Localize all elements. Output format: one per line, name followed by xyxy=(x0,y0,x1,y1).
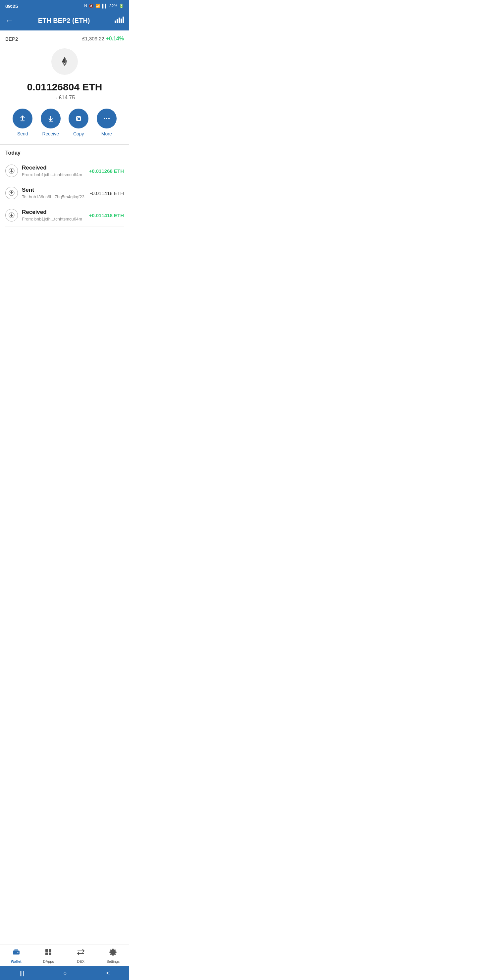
receive-button[interactable] xyxy=(41,108,61,129)
svg-rect-15 xyxy=(78,118,80,121)
send-button-wrapper[interactable]: Send xyxy=(13,108,32,137)
send-label: Send xyxy=(17,131,28,137)
wifi-icon: 📶 xyxy=(96,4,101,8)
svg-rect-2 xyxy=(119,18,120,23)
token-price-info: £1,309.22 +0.14% xyxy=(82,36,124,42)
receive-label: Receive xyxy=(42,131,59,137)
more-button-wrapper[interactable]: More xyxy=(97,108,116,137)
main-content: BEP2 £1,309.22 +0.14% 0.01126804 ETH ≈ £… xyxy=(0,30,129,265)
tx-details-0: Received From: bnb1jxfh...tcnhtsmcu64m xyxy=(22,165,85,177)
tx-amount-1: -0.011418 ETH xyxy=(90,190,124,196)
svg-point-16 xyxy=(104,118,105,119)
copy-button-wrapper[interactable]: Copy xyxy=(69,108,88,137)
svg-rect-4 xyxy=(123,17,124,23)
tx-amount-2: +0.011418 ETH xyxy=(89,213,124,218)
status-bar: 09:25 N 🔇 📶 ▌▌ 32% 🔋 xyxy=(0,0,129,12)
battery-icon: 🔋 xyxy=(119,4,124,8)
more-button[interactable] xyxy=(97,108,116,129)
token-logo-container xyxy=(5,48,124,75)
svg-point-18 xyxy=(108,118,110,119)
tx-details-1: Sent To: bnb136ns6l...7hq5m4gtkgf23 xyxy=(22,187,86,199)
svg-rect-0 xyxy=(115,21,116,23)
token-logo xyxy=(51,48,78,75)
nfc-icon: N xyxy=(84,4,87,8)
tx-amount-0: +0.011268 ETH xyxy=(89,168,124,174)
svg-rect-3 xyxy=(121,19,122,23)
receive-button-wrapper[interactable]: Receive xyxy=(41,108,61,137)
back-button[interactable]: ← xyxy=(5,16,13,25)
token-label: BEP2 xyxy=(5,36,18,42)
battery-text: 32% xyxy=(109,4,117,8)
token-info-row: BEP2 £1,309.22 +0.14% xyxy=(5,36,124,42)
tx-address-0: From: bnb1jxfh...tcnhtsmcu64m xyxy=(22,172,85,177)
chart-icon[interactable] xyxy=(115,16,124,25)
svg-rect-14 xyxy=(77,116,80,121)
tx-type-1: Sent xyxy=(22,187,86,193)
status-time: 09:25 xyxy=(5,3,18,9)
tx-type-0: Received xyxy=(22,165,85,171)
tx-type-2: Received xyxy=(22,209,85,216)
tx-item-1[interactable]: Sent To: bnb136ns6l...7hq5m4gtkgf23 -0.0… xyxy=(5,182,124,204)
page-title: ETH BEP2 (ETH) xyxy=(38,17,90,24)
balance-fiat: ≈ £14.75 xyxy=(5,95,124,101)
tx-address-2: From: bnb1jxfh...tcnhtsmcu64m xyxy=(22,216,85,221)
status-icons: N 🔇 📶 ▌▌ 32% 🔋 xyxy=(84,4,124,8)
balance-section: 0.01126804 ETH ≈ £14.75 xyxy=(5,81,124,101)
copy-label: Copy xyxy=(73,131,84,137)
svg-point-17 xyxy=(106,118,107,119)
token-price: £1,309.22 xyxy=(82,36,104,41)
page-header: ← ETH BEP2 (ETH) xyxy=(0,12,129,30)
copy-button[interactable] xyxy=(69,108,88,129)
tx-item-0[interactable]: Received From: bnb1jxfh...tcnhtsmcu64m +… xyxy=(5,160,124,182)
send-button[interactable] xyxy=(13,108,32,129)
tx-date-label: Today xyxy=(5,150,124,156)
more-label: More xyxy=(101,131,112,137)
signal-icon: ▌▌ xyxy=(102,4,108,8)
tx-details-2: Received From: bnb1jxfh...tcnhtsmcu64m xyxy=(22,209,85,221)
tx-icon-received-2 xyxy=(5,209,18,221)
tx-address-1: To: bnb136ns6l...7hq5m4gtkgf23 xyxy=(22,194,86,199)
balance-amount: 0.01126804 ETH xyxy=(5,81,124,93)
svg-rect-1 xyxy=(116,19,118,23)
mute-icon: 🔇 xyxy=(89,4,94,8)
action-buttons: Send Receive Copy xyxy=(5,108,124,137)
tx-icon-sent-1 xyxy=(5,187,18,199)
tx-item-2[interactable]: Received From: bnb1jxfh...tcnhtsmcu64m +… xyxy=(5,204,124,226)
token-change: +0.14% xyxy=(106,36,124,41)
tx-icon-received-0 xyxy=(5,165,18,177)
transaction-section: Today Received From: bnb1jxfh...tcnhtsmc… xyxy=(5,145,124,226)
